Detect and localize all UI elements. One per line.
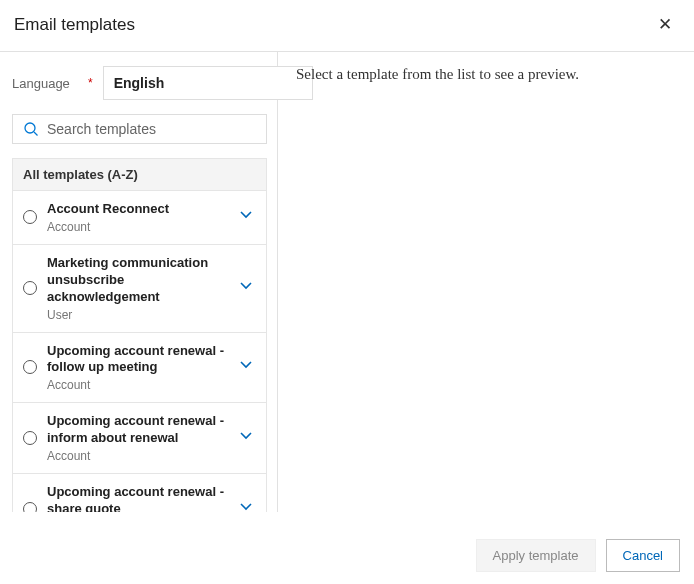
dialog-header: Email templates ✕ xyxy=(0,0,694,52)
chevron-down-icon[interactable] xyxy=(234,279,258,297)
template-text: Upcoming account renewal - follow up mee… xyxy=(47,343,224,393)
template-list[interactable]: All templates (A-Z) Account Reconnect Ac… xyxy=(12,158,267,512)
language-label: Language xyxy=(12,76,82,91)
dialog-body: Language * All templates (A-Z) Account R… xyxy=(0,52,694,512)
search-icon xyxy=(23,121,39,137)
dialog-title: Email templates xyxy=(14,15,135,35)
radio-unchecked-icon[interactable] xyxy=(23,360,37,374)
template-name: Marketing communication unsubscribe ackn… xyxy=(47,255,224,306)
search-field[interactable] xyxy=(12,114,267,144)
template-category: Account xyxy=(47,378,224,392)
template-item[interactable]: Upcoming account renewal - follow up mee… xyxy=(13,333,266,404)
template-name: Upcoming account renewal - follow up mee… xyxy=(47,343,224,377)
template-name: Account Reconnect xyxy=(47,201,224,218)
chevron-down-icon[interactable] xyxy=(234,500,258,512)
radio-unchecked-icon[interactable] xyxy=(23,431,37,445)
search-input[interactable] xyxy=(47,121,256,137)
svg-line-1 xyxy=(34,132,38,136)
template-category: Account xyxy=(47,220,224,234)
template-text: Upcoming account renewal - inform about … xyxy=(47,413,224,463)
dialog-footer: Apply template Cancel xyxy=(476,539,680,572)
language-row: Language * xyxy=(12,66,267,100)
chevron-down-icon[interactable] xyxy=(234,429,258,447)
chevron-down-icon[interactable] xyxy=(234,208,258,226)
cancel-button[interactable]: Cancel xyxy=(606,539,680,572)
template-category: Account xyxy=(47,449,224,463)
template-text: Account Reconnect Account xyxy=(47,201,224,234)
preview-empty-text: Select a template from the list to see a… xyxy=(296,66,676,83)
template-item[interactable]: Upcoming account renewal - share quote A… xyxy=(13,474,266,512)
template-text: Upcoming account renewal - share quote A… xyxy=(47,484,224,512)
close-icon: ✕ xyxy=(658,15,672,34)
left-panel: Language * All templates (A-Z) Account R… xyxy=(0,52,278,512)
radio-unchecked-icon[interactable] xyxy=(23,210,37,224)
template-item[interactable]: Marketing communication unsubscribe ackn… xyxy=(13,245,266,333)
radio-unchecked-icon[interactable] xyxy=(23,281,37,295)
close-button[interactable]: ✕ xyxy=(650,10,680,39)
group-header: All templates (A-Z) xyxy=(13,159,266,191)
preview-panel: Select a template from the list to see a… xyxy=(278,52,694,512)
template-item[interactable]: Upcoming account renewal - inform about … xyxy=(13,403,266,474)
apply-template-button[interactable]: Apply template xyxy=(476,539,596,572)
template-name: Upcoming account renewal - inform about … xyxy=(47,413,224,447)
required-marker: * xyxy=(88,76,93,90)
template-name: Upcoming account renewal - share quote xyxy=(47,484,224,512)
template-text: Marketing communication unsubscribe ackn… xyxy=(47,255,224,322)
chevron-down-icon[interactable] xyxy=(234,358,258,376)
svg-point-0 xyxy=(25,123,35,133)
template-category: User xyxy=(47,308,224,322)
template-item[interactable]: Account Reconnect Account xyxy=(13,191,266,245)
radio-unchecked-icon[interactable] xyxy=(23,502,37,512)
